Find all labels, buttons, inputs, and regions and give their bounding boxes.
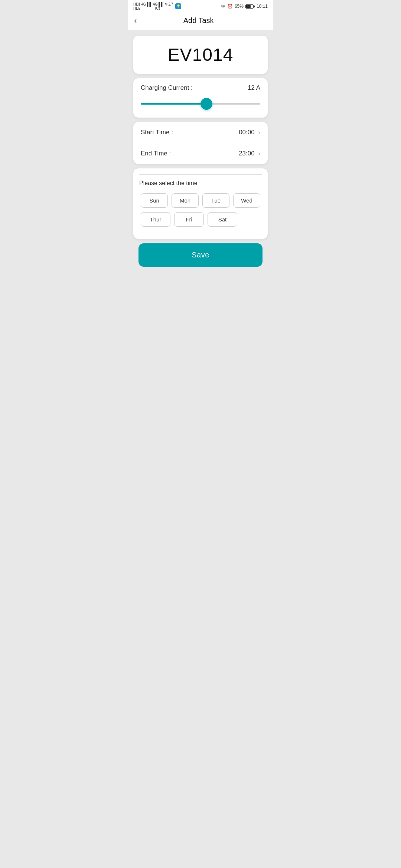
day-button-tue[interactable]: Tue [202, 193, 229, 208]
battery-icon [245, 4, 255, 9]
day-button-mon[interactable]: Mon [172, 193, 199, 208]
start-time-value: 00:00 [239, 129, 255, 136]
time-card: Start Time : 00:00 › End Time : 23:00 › [133, 122, 268, 164]
end-time-chevron-icon: › [258, 150, 260, 157]
days-row-2: Thur Fri Sat [139, 212, 262, 227]
bottom-space [133, 271, 268, 306]
days-row-1: Sun Mon Tue Wed [139, 193, 262, 208]
ev-id-card: EV1014 [133, 36, 268, 74]
day-divider-top [139, 174, 262, 175]
charging-slider[interactable] [141, 98, 260, 109]
start-time-row[interactable]: Start Time : 00:00 › [133, 122, 268, 143]
header: ‹ Add Task [128, 12, 273, 30]
notification-icon: 💡 [175, 3, 181, 9]
charging-label: Charging Current : [141, 84, 193, 92]
status-left: HD1 4G ▌▌ 4G ▌▌ ≋ 2.7HD2 K/s 💡 [133, 2, 181, 10]
network-info: HD1 4G ▌▌ 4G ▌▌ ≋ 2.7HD2 K/s [133, 2, 173, 10]
save-button[interactable]: Save [138, 243, 263, 267]
day-button-sun[interactable]: Sun [141, 193, 168, 208]
day-selector-title: Please select the time [139, 180, 262, 187]
days-grid: Sun Mon Tue Wed Thur Fri Sat [139, 193, 262, 227]
back-button[interactable]: ‹ [134, 17, 141, 25]
ev-id-text: EV1014 [141, 45, 260, 65]
start-time-label: Start Time : [141, 129, 173, 136]
content-area: EV1014 Charging Current : 12 A Start Tim… [128, 30, 273, 313]
end-time-label: End Time : [141, 150, 171, 157]
charging-header: Charging Current : 12 A [141, 84, 260, 92]
charging-current-card: Charging Current : 12 A [133, 78, 268, 118]
day-divider-bottom [139, 232, 262, 232]
day-button-wed[interactable]: Wed [233, 193, 260, 208]
page-title: Add Task [141, 16, 256, 25]
alarm-icon: ⏰ [227, 4, 233, 9]
start-time-value-group: 00:00 › [239, 129, 260, 136]
status-right: 👁 ⏰ 65% 10:11 [221, 4, 268, 9]
end-time-value: 23:00 [239, 150, 255, 157]
day-selector-card: Please select the time Sun Mon Tue Wed T… [133, 168, 268, 239]
battery-percent: 65% [235, 4, 244, 9]
status-bar: HD1 4G ▌▌ 4G ▌▌ ≋ 2.7HD2 K/s 💡 👁 ⏰ 65% 1… [128, 0, 273, 12]
end-time-value-group: 23:00 › [239, 150, 260, 157]
slider-fill [141, 103, 206, 105]
day-button-thur[interactable]: Thur [141, 212, 170, 227]
slider-thumb[interactable] [200, 98, 212, 110]
end-time-row[interactable]: End Time : 23:00 › [133, 143, 268, 164]
start-time-chevron-icon: › [258, 129, 260, 136]
charging-value: 12 A [248, 84, 260, 92]
day-button-sat[interactable]: Sat [208, 212, 237, 227]
day-button-fri[interactable]: Fri [174, 212, 204, 227]
eye-icon: 👁 [221, 4, 225, 9]
clock-time: 10:11 [257, 4, 268, 9]
